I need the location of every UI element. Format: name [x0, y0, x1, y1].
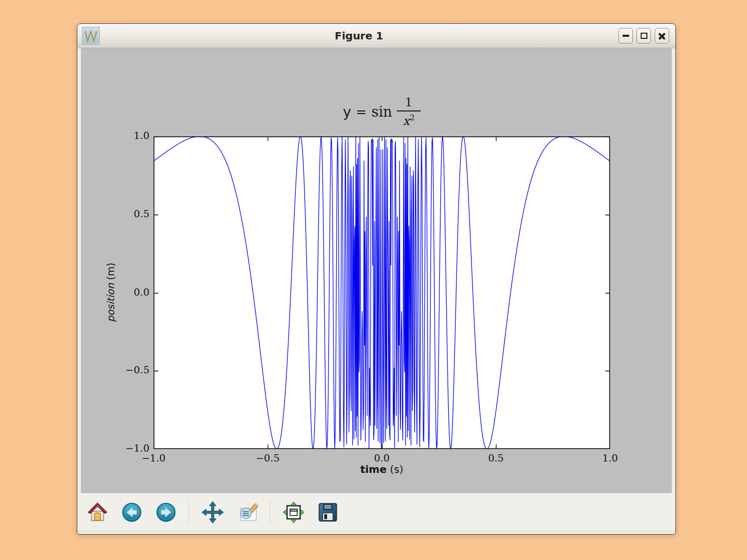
x-tick-label: −1.0: [142, 452, 165, 464]
pan-icon: [201, 501, 224, 524]
y-tick-label: 0.5: [81, 208, 149, 219]
x-tick-label: 0.5: [488, 452, 504, 464]
x-axis-label: time (s): [360, 463, 403, 475]
home-button[interactable]: [86, 500, 109, 525]
configure-subplots-icon: [283, 501, 305, 523]
back-icon: [121, 501, 143, 523]
home-icon: [87, 501, 108, 523]
fraction-denominator: x2: [403, 111, 415, 128]
toolbar-separator: [189, 501, 190, 524]
window-title: Figure 1: [100, 30, 618, 42]
title-y: y: [343, 104, 351, 120]
toolbar-separator: [270, 501, 271, 524]
y-tick-label: 0.0: [81, 286, 149, 298]
title-fraction: 1 x2: [397, 95, 421, 128]
close-button[interactable]: [655, 28, 669, 44]
figure-window: Figure 1 y = sin 1 x2 position (m) time: [77, 23, 676, 535]
y-tick-label: −0.5: [81, 364, 149, 375]
title-sin: sin: [371, 104, 392, 120]
window-controls: [618, 28, 669, 44]
maximize-icon: [641, 33, 647, 39]
maximize-button[interactable]: [637, 28, 651, 44]
x-tick-label: 0.0: [374, 452, 390, 464]
zoom-to-rectangle-button[interactable]: [236, 500, 258, 525]
pan-button[interactable]: [201, 500, 224, 525]
figure-canvas: y = sin 1 x2 position (m) time (s) −1.0−…: [81, 48, 672, 493]
close-icon: [658, 32, 666, 40]
forward-icon: [155, 501, 177, 523]
save-button[interactable]: [316, 500, 339, 525]
title-eq: =: [356, 104, 367, 119]
toolbar: [78, 493, 675, 531]
save-icon: [317, 501, 339, 523]
plot-title: y = sin 1 x2: [343, 95, 421, 128]
x-tick-label: −0.5: [256, 452, 280, 464]
y-tick-label: 1.0: [81, 130, 149, 141]
x-tick-label: 1.0: [602, 452, 618, 464]
titlebar[interactable]: Figure 1: [77, 24, 675, 48]
minimize-icon: [622, 35, 629, 37]
plot-canvas[interactable]: [154, 136, 610, 449]
desktop-background: Figure 1 y = sin 1 x2 position (m) time: [0, 0, 747, 560]
y-tick-label: −1.0: [81, 442, 149, 454]
back-button[interactable]: [120, 500, 143, 525]
matplotlib-window-icon: [82, 27, 100, 45]
forward-button[interactable]: [155, 500, 177, 525]
fraction-numerator: 1: [405, 95, 413, 110]
configure-subplots-button[interactable]: [282, 500, 305, 525]
minimize-button[interactable]: [618, 28, 633, 44]
zoom-to-rectangle-icon: [236, 501, 258, 523]
